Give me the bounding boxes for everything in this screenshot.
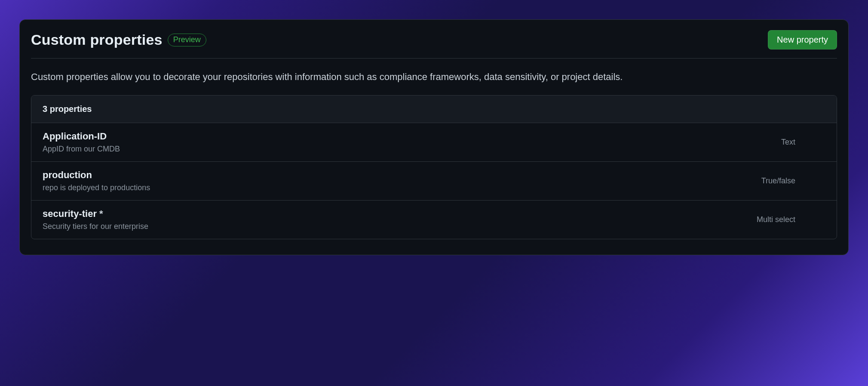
property-name-text: Application-ID	[43, 131, 107, 142]
property-type: True/false	[761, 176, 825, 185]
property-row[interactable]: productionrepo is deployed to production…	[31, 161, 837, 200]
property-name: security-tier*	[43, 208, 148, 219]
property-row-left: productionrepo is deployed to production…	[43, 170, 150, 192]
property-row-left: Application-IDAppID from our CMDB	[43, 131, 120, 154]
property-row[interactable]: Application-IDAppID from our CMDBText	[31, 123, 837, 161]
properties-count: 3 properties	[31, 96, 837, 123]
property-type: Text	[781, 138, 825, 147]
property-description: repo is deployed to productions	[43, 183, 150, 192]
page-title: Custom properties	[31, 31, 163, 48]
property-name: production	[43, 170, 150, 181]
property-name: Application-ID	[43, 131, 120, 142]
required-star-icon: *	[99, 208, 103, 219]
properties-list: 3 properties Application-IDAppID from ou…	[31, 95, 837, 239]
page-description: Custom properties allow you to decorate …	[31, 70, 837, 84]
property-description: Security tiers for our enterprise	[43, 222, 148, 231]
new-property-button[interactable]: New property	[768, 30, 837, 49]
custom-properties-panel: Custom properties Preview New property C…	[19, 19, 849, 255]
title-wrap: Custom properties Preview	[31, 31, 206, 48]
property-name-text: security-tier	[43, 208, 97, 219]
property-description: AppID from our CMDB	[43, 145, 120, 154]
property-row-left: security-tier*Security tiers for our ent…	[43, 208, 148, 231]
property-row[interactable]: security-tier*Security tiers for our ent…	[31, 200, 837, 239]
panel-header: Custom properties Preview New property	[31, 30, 837, 59]
property-type: Multi select	[757, 215, 825, 224]
preview-badge: Preview	[168, 34, 206, 46]
property-name-text: production	[43, 170, 92, 181]
